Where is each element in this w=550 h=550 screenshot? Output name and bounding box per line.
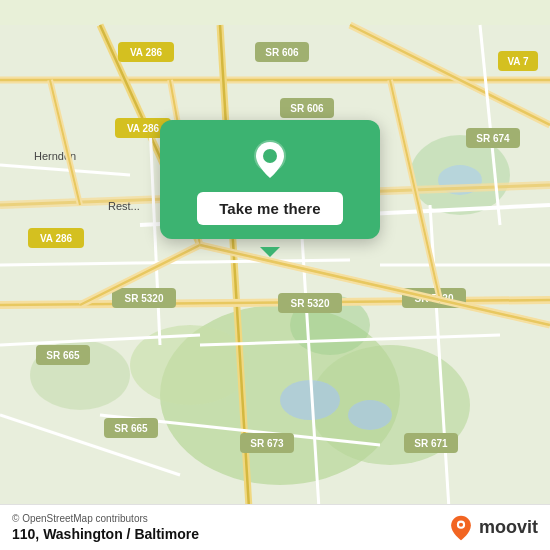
svg-text:SR 673: SR 673 bbox=[250, 438, 284, 449]
location-popup: Take me there bbox=[160, 120, 380, 239]
svg-text:VA 7: VA 7 bbox=[507, 56, 529, 67]
svg-point-79 bbox=[459, 522, 463, 526]
attribution-text: © OpenStreetMap contributors bbox=[12, 513, 199, 524]
map-background: VA 286 SR 606 VA 7 VA 286 SR 606 SR 674 … bbox=[0, 0, 550, 550]
svg-text:VA 286: VA 286 bbox=[40, 233, 73, 244]
svg-text:SR 5320: SR 5320 bbox=[291, 298, 330, 309]
svg-text:Rest...: Rest... bbox=[108, 200, 140, 212]
map-container: VA 286 SR 606 VA 7 VA 286 SR 606 SR 674 … bbox=[0, 0, 550, 550]
svg-text:SR 671: SR 671 bbox=[414, 438, 448, 449]
bottom-bar: © OpenStreetMap contributors 110, Washin… bbox=[0, 504, 550, 550]
take-me-there-button[interactable]: Take me there bbox=[197, 192, 343, 225]
svg-text:SR 665: SR 665 bbox=[46, 350, 80, 361]
svg-text:SR 606: SR 606 bbox=[290, 103, 324, 114]
moovit-logo[interactable]: moovit bbox=[447, 514, 538, 542]
location-pin-icon bbox=[248, 138, 292, 182]
location-label: 110, Washington / Baltimore bbox=[12, 526, 199, 542]
svg-text:SR 5320: SR 5320 bbox=[125, 293, 164, 304]
bottom-left-info: © OpenStreetMap contributors 110, Washin… bbox=[12, 513, 199, 542]
svg-point-8 bbox=[348, 400, 392, 430]
svg-text:SR 606: SR 606 bbox=[265, 47, 299, 58]
svg-text:VA 286: VA 286 bbox=[127, 123, 160, 134]
moovit-pin-icon bbox=[447, 514, 475, 542]
svg-text:VA 286: VA 286 bbox=[130, 47, 163, 58]
moovit-brand-text: moovit bbox=[479, 517, 538, 538]
svg-point-77 bbox=[263, 149, 277, 163]
svg-text:SR 674: SR 674 bbox=[476, 133, 510, 144]
svg-text:SR 665: SR 665 bbox=[114, 423, 148, 434]
